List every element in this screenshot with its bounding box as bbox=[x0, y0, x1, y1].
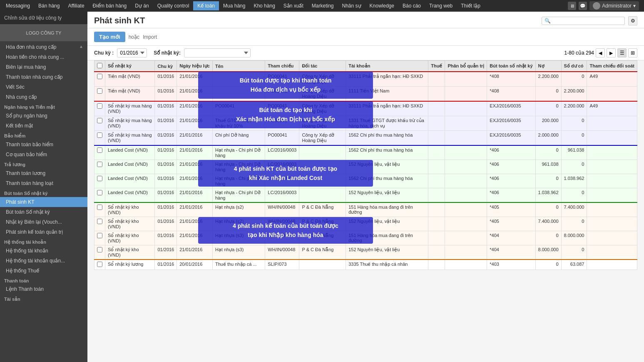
cell-tham-chieu: WH/IN/00048 bbox=[265, 231, 299, 245]
sidebar-item-but-toan-so-nhat-ky[interactable]: Bút toán Số nhật ký bbox=[0, 207, 87, 217]
collapse-icon: ▲ bbox=[79, 44, 83, 49]
row-checkbox-cell bbox=[94, 72, 105, 87]
row-checkbox[interactable] bbox=[97, 74, 102, 79]
row-checkbox[interactable] bbox=[97, 88, 102, 94]
sidebar-item-thanh-toan-luong[interactable]: Thanh toán lương bbox=[0, 168, 87, 178]
nav-trang-web[interactable]: Trang web bbox=[425, 1, 457, 10]
settings-icon[interactable]: ⚙ bbox=[628, 16, 637, 25]
view-list[interactable]: ☰ bbox=[617, 48, 627, 57]
sidebar-header[interactable]: Chỉnh sửa dữ liệu công ty bbox=[0, 12, 87, 25]
sidebar-item-lenh-thanh-toan[interactable]: Lệnh Thanh toán bbox=[0, 284, 87, 294]
cell-doi-tac bbox=[299, 260, 346, 270]
col-thue: Thuế bbox=[428, 61, 445, 72]
nav-marketing[interactable]: Marketing bbox=[308, 1, 338, 10]
nav-nhan-su[interactable]: Nhân sự bbox=[338, 1, 366, 10]
sidebar-item-nha-cung-cap[interactable]: Nhà cung cấp bbox=[0, 92, 87, 102]
sidebar-item-thanh-toan-bao-hiem[interactable]: Thanh toán bảo hiểm bbox=[0, 140, 87, 150]
new-button[interactable]: Tạo mới bbox=[94, 32, 125, 42]
sidebar-item-hoan-tien[interactable]: Hoàn tiền cho nhà cung ... bbox=[0, 52, 87, 62]
sidebar-item-he-thong-tai-khoan-quan[interactable]: Hệ thống tài khoản quản... bbox=[0, 256, 87, 266]
nav-messaging[interactable]: Messaging bbox=[2, 1, 34, 10]
cell-phan-bo bbox=[445, 217, 487, 231]
row-checkbox[interactable] bbox=[97, 262, 102, 267]
sidebar-item-he-thong-thue[interactable]: Hệ thống Thuế bbox=[0, 266, 87, 276]
nav-ban-hang[interactable]: Bán hàng bbox=[34, 1, 64, 10]
select-all-checkbox[interactable] bbox=[97, 63, 102, 68]
sidebar-item-thanh-toan-nha-cung-cap[interactable]: Thanh toán nhà cung cấp bbox=[0, 72, 87, 82]
chu-ky-select[interactable]: 01/2016 bbox=[117, 48, 147, 57]
so-nhat-ky-select[interactable] bbox=[184, 48, 251, 57]
chu-ky-filter: Chu kỳ : 01/2016 bbox=[94, 48, 147, 57]
row-checkbox[interactable] bbox=[97, 233, 102, 238]
sidebar-item-hoa-don-nha-cung-cap[interactable]: Hóa đơn nhà cung cấp ▲ bbox=[0, 42, 87, 52]
cell-no: 961.038 bbox=[535, 160, 561, 174]
cell-ngay-hieu-luc: 20/01/2016 bbox=[177, 260, 213, 270]
sidebar-item-phat-sinh-quan-tri[interactable]: Phát sinh kế toán quản trị bbox=[0, 227, 87, 237]
chat-icon[interactable]: 💬 bbox=[579, 2, 587, 10]
row-checkbox-cell bbox=[94, 87, 105, 102]
nav-ke-toan[interactable]: Kế toán bbox=[193, 1, 219, 10]
pagination-next[interactable]: ▶ bbox=[607, 48, 616, 57]
cell-phan-bo bbox=[445, 116, 487, 131]
cell-but-toan: EXJ/2016/0035 bbox=[487, 131, 535, 146]
cell-chu-ky: 01/2016 bbox=[155, 188, 177, 203]
row-checkbox[interactable] bbox=[97, 162, 102, 167]
row-checkbox[interactable] bbox=[97, 219, 102, 224]
sidebar-item-so-phu-ngan-hang[interactable]: Sổ phụ ngân hàng bbox=[0, 111, 87, 121]
nav-du-an[interactable]: Dự án bbox=[131, 1, 153, 10]
nav-diem-ban-hang[interactable]: Điểm bán hàng bbox=[89, 1, 131, 10]
cell-doi-tac: P & C Đà Nẵng bbox=[299, 231, 346, 245]
nav-bao-cao[interactable]: Báo cáo bbox=[398, 1, 425, 10]
row-checkbox-cell bbox=[94, 145, 105, 160]
cell-phan-bo bbox=[445, 245, 487, 260]
cell-no: 0 bbox=[535, 260, 561, 270]
search-input[interactable] bbox=[552, 18, 622, 24]
sidebar-item-he-thong-tai-khoan[interactable]: Hệ thống tài khoản bbox=[0, 246, 87, 256]
nav-kho-hang[interactable]: Kho hàng bbox=[249, 1, 279, 10]
row-checkbox[interactable] bbox=[97, 190, 102, 195]
sidebar-item-ket-tien-mat[interactable]: Kết tiền mặt bbox=[0, 121, 87, 131]
sidebar-item-nhat-ky-bien-lai[interactable]: Nhật ký Biên lại (Vouch... bbox=[0, 217, 87, 227]
cell-but-toan: *406 bbox=[487, 174, 535, 188]
search-box[interactable]: 🔍 bbox=[542, 17, 625, 25]
cell-ten: Chi phí Dỡ hàng bbox=[212, 131, 265, 146]
cell-tham-chieu: PO00041 bbox=[265, 87, 299, 102]
cell-ngay-hieu-luc: 21/01/2016 bbox=[177, 131, 213, 146]
cell-ngay-hieu-luc: 21/01/2016 bbox=[177, 145, 213, 160]
nav-quality-control[interactable]: Quality control bbox=[153, 1, 194, 10]
filter-area: Chu kỳ : 01/2016 Sổ nhật ký: 1-80 của 29… bbox=[87, 46, 644, 60]
nav-thiet-lap[interactable]: Thiết lập bbox=[457, 1, 485, 10]
pagination-prev[interactable]: ◀ bbox=[596, 48, 605, 57]
cell-so-nhat-ky: Sổ nhật ký mua hàng (VND) bbox=[105, 116, 155, 131]
cell-so-du-co: 7.400.000 bbox=[561, 202, 587, 217]
row-checkbox[interactable] bbox=[97, 247, 102, 252]
sidebar-item-viet-sec[interactable]: Viết Séc bbox=[0, 82, 87, 92]
view-grid[interactable]: ⊞ bbox=[628, 48, 637, 57]
top-nav-right: 🖥 💬 Administrator ▾ bbox=[568, 1, 642, 10]
nav-knowledge[interactable]: Knowledge bbox=[366, 1, 398, 10]
sidebar-item-phat-sinh-kt[interactable]: Phát sinh KT bbox=[0, 197, 87, 207]
sidebar-item-thanh-toan-hang-loat[interactable]: Thanh toán hàng loạt bbox=[0, 178, 87, 188]
cell-ngay-hieu-luc: 21/01/2016 bbox=[177, 188, 213, 203]
sidebar-item-bien-lai-mua-hang[interactable]: Biên lại mua hàng bbox=[0, 62, 87, 72]
cell-but-toan: EXJ/2016/0035 bbox=[487, 116, 535, 131]
row-checkbox[interactable] bbox=[97, 103, 102, 109]
row-checkbox[interactable] bbox=[97, 132, 102, 138]
table-row: Sổ nhật ký kho (VND)01/201621/01/2016Hạt… bbox=[94, 245, 637, 260]
table-row: Landed Cost (VND)01/201621/01/2016Hạt nh… bbox=[94, 145, 637, 160]
row-checkbox[interactable] bbox=[97, 118, 102, 123]
monitor-icon[interactable]: 🖥 bbox=[568, 2, 576, 10]
admin-button[interactable]: Administrator ▾ bbox=[589, 1, 639, 10]
table-container: Sổ nhật ký Chu kỳ Ngày hiệu lực Tên Tham… bbox=[87, 60, 644, 362]
import-button[interactable]: Import bbox=[143, 34, 157, 40]
nav-affiliate[interactable]: Affiliate bbox=[64, 1, 88, 10]
row-checkbox[interactable] bbox=[97, 176, 102, 181]
row-checkbox[interactable] bbox=[97, 147, 102, 153]
cell-ngay-hieu-luc: 21/01/2016 bbox=[177, 245, 213, 260]
row-checkbox[interactable] bbox=[97, 205, 102, 210]
sidebar-item-co-quan-bao-hiem[interactable]: Cơ quan bảo hiểm bbox=[0, 150, 87, 160]
cell-tai-khoan: 1111 Tiền Việt Nam bbox=[346, 87, 428, 102]
table-row: Sổ nhật ký lương01/201620/01/2016Thuế th… bbox=[94, 260, 637, 270]
nav-mua-hang[interactable]: Mua hàng bbox=[219, 1, 249, 10]
nav-san-xuat[interactable]: Sản xuất bbox=[279, 1, 308, 10]
